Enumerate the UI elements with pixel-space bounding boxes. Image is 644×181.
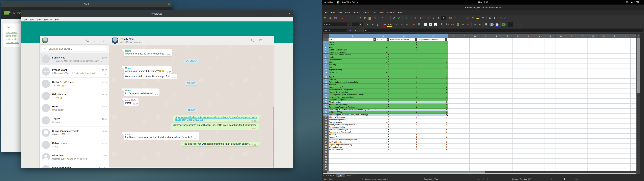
table-row[interactable]: 34 Formal Models 4.5 4 4 [323,121,640,124]
cell-ects[interactable]: 3 [376,131,390,134]
cell-gemachtes-semester[interactable]: 5 [390,136,418,138]
cell-empfohlenes-semester[interactable]: 10 [418,86,448,89]
message-sender[interactable]: Mama [125,89,158,92]
chat-list-item[interactable]: Felix Kastner 15:19 ✓✓ okay 👍 [40,90,109,102]
row-header[interactable]: 9 [323,59,328,61]
table-row[interactable]: 6 Diskrete Strukturen 4.5 1 1 [323,51,640,54]
cell-ects[interactable]: 2 [376,108,390,111]
table-row[interactable]: 10 Algo 2 4.5 1 3 [323,61,640,64]
cell-ects[interactable]: 4.5 [376,46,390,49]
cell-gemachtes-semester[interactable]: 1 [390,54,418,56]
highlighting-color-icon[interactable]: ▭ [387,22,392,27]
insert-chart-icon[interactable]: ◔ [453,16,458,20]
cell-gemachtes-semester[interactable] [390,156,418,158]
cell-empfohlenes-semester[interactable]: 3 [418,138,448,141]
document-modified-icon[interactable]: ✎ [487,178,488,180]
row-header[interactable]: 47 [323,154,328,156]
first-sheet-icon[interactable]: |◀ [322,175,325,176]
name-box-dropdown-icon[interactable]: ▼ [344,30,346,31]
cell-course[interactable]: Special Topic Lightfoot [328,91,376,94]
cell-empfohlenes-semester[interactable] [418,154,448,156]
table-row[interactable]: 52 [323,166,640,168]
cell-empfohlenes-semester[interactable]: 4 [418,98,448,101]
cell-course[interactable]: Algebra Vorlesung [328,116,376,119]
whatsapp-menu-item[interactable]: File [22,18,28,20]
underline-icon[interactable]: a [375,22,380,27]
cell-course[interactable]: Statistik [328,84,376,86]
table-row[interactable]: 42 Artificial Intelligence 4.5 5 5 [323,141,640,144]
cell-gemachtes-semester[interactable]: 4 [390,124,418,126]
cell-course[interactable]: Algebra Übung [328,69,376,71]
cell-gemachtes-semester[interactable]: 3 [390,111,418,114]
table-row[interactable]: 38 Seminar in ... (Vertiefung) 3 4 10 [323,131,640,134]
table-row[interactable]: 31 Vertiefung (zB Wireless LANs, Web Usa… [323,114,640,116]
calc-menu-item[interactable]: Data [370,12,378,14]
cell-empfohlenes-semester[interactable]: 10 [418,89,448,91]
font-size-combo[interactable]: 11 ▼ [351,22,363,27]
valign-top-icon[interactable]: ˉ [424,22,427,26]
insert-image-icon[interactable]: ▨ [448,16,453,20]
cell-ects[interactable] [376,164,390,166]
calc-titlebar[interactable]: Studienplan_UK.ods - LibreOffice Calc [322,4,644,10]
cell-gemachtes-semester[interactable]: 1 [390,61,418,64]
borders-icon[interactable]: ⊞ [484,22,489,27]
table-row[interactable]: 39 Analysis 6 5 3 [323,134,640,136]
cell-gemachtes-semester[interactable]: 4 [390,128,418,131]
cell-course[interactable]: Seminar in ... (Vertiefung) [328,131,376,134]
cell-empfohlenes-semester[interactable]: 10 [418,91,448,94]
cell-empfohlenes-semester[interactable]: 2 [418,116,448,119]
cell-course[interactable]: PR Soft 2 [328,78,376,81]
cell-gemachtes-semester[interactable]: 1 [390,49,418,51]
row-header[interactable]: 19 [323,84,328,86]
cell-ects[interactable]: 6 [376,84,390,86]
calc-menu-item[interactable]: Help [396,12,403,14]
cell-gemachtes-semester[interactable]: 2 [390,74,418,76]
cell-gemachtes-semester[interactable]: 4 [390,119,418,121]
scroll-up-icon[interactable]: ▲ [636,34,640,37]
column-header[interactable]: O [556,34,566,38]
align-right-icon[interactable]: ≡ [404,22,410,27]
cell-course[interactable]: Logik [328,56,376,59]
cell-ects[interactable] [376,168,390,171]
cell-empfohlenes-semester[interactable]: 10 [418,131,448,134]
cell-empfohlenes-semester[interactable]: 4 [418,124,448,126]
cell-ects[interactable]: 4.5 [376,121,390,124]
table-row[interactable]: 23 Rechtsgrundlagen f. Informatiker (Jok… [323,94,640,96]
row-header[interactable]: 31 [323,114,328,116]
cell-gemachtes-semester[interactable]: 2 [390,81,418,84]
delete-columns-icon[interactable]: ⊟ [419,16,424,20]
cell-ects[interactable]: 4.5 [376,71,390,74]
row-header[interactable]: 1 [323,38,328,41]
row-header[interactable]: 44 [323,146,328,148]
row-header[interactable]: 16 [323,76,328,78]
cell-ects[interactable]: 4.5 [376,49,390,51]
row-header[interactable]: 48 [323,156,328,158]
table-row[interactable]: 15 OS 4.5 2 2 [323,74,640,76]
cell-course[interactable] [328,156,376,158]
cell-course[interactable]: UK freie ECTS [328,111,376,114]
cell-empfohlenes-semester[interactable]: 5 [418,144,448,146]
undo-icon[interactable]: ↶ [379,16,384,20]
horizontal-scrollbar[interactable] [323,171,640,174]
cell-course[interactable] [328,164,376,166]
row-header[interactable]: 10 [323,61,328,64]
table-row[interactable]: 18 Präsentations- und Arbeitstechnik 3 2… [323,81,640,84]
zoom-slider-track[interactable] [557,179,571,179]
cell-d1[interactable]: ▼Empfohlenes Semester [418,38,448,41]
table-row[interactable]: 50 [323,161,640,164]
table-row[interactable]: 24 Systems Programming (Joker) 3 3 3 [323,96,640,99]
column-header[interactable]: L [524,34,534,38]
row-header[interactable]: 51 [323,164,328,166]
column-header[interactable]: J [502,34,513,38]
table-row[interactable]: 20 Introduction to R 3 2 10 [323,86,640,89]
row-header[interactable]: 29 [323,108,328,111]
percent-icon[interactable]: % [445,22,450,27]
table-row[interactable]: 3 Soft 1 6 0 1 [323,44,640,46]
table-row[interactable]: 16 Soft 2 6 2 2 [323,76,640,78]
cell-gemachtes-semester[interactable]: 3 [390,106,418,108]
vertical-text-icon[interactable]: ∥ [518,22,524,27]
table-row[interactable]: 22 Special Topic Lightfoot 3 2 10 [323,91,640,94]
cell-course[interactable]: Introduction to R [328,86,376,89]
autofilter-icon[interactable]: ▼ [441,16,446,20]
table-row[interactable]: 44 Übersetzerbau 6 5 5 [323,146,640,148]
